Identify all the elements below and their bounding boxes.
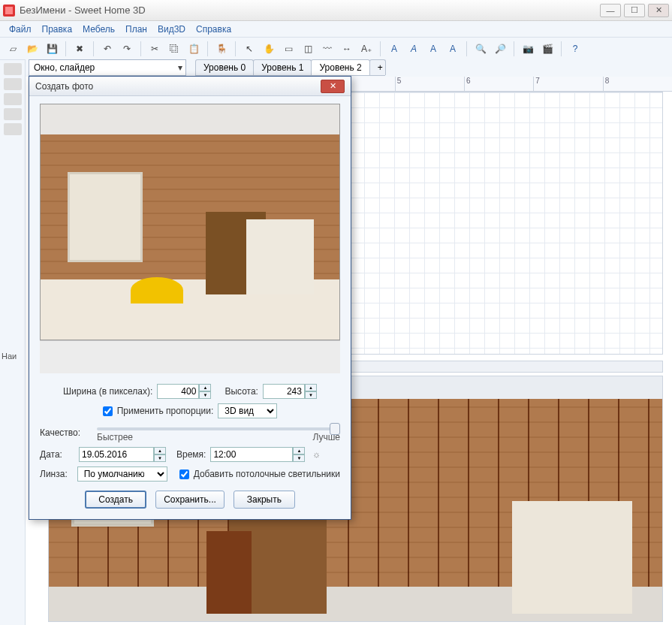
zoom-in-icon[interactable]: 🔍 (472, 41, 489, 57)
sun-icon[interactable]: ☼ (309, 448, 323, 461)
ceiling-lights-checkbox[interactable] (179, 470, 189, 479)
dialog-title: Создать фото (35, 81, 321, 92)
list-item[interactable] (4, 78, 22, 90)
preview-chair (246, 219, 314, 294)
spin-up-icon[interactable]: ▲ (154, 447, 166, 454)
add-furniture-icon[interactable]: 🪑 (213, 41, 230, 57)
menu-edit[interactable]: Правка (38, 23, 77, 36)
add-level-button[interactable]: + (369, 59, 386, 75)
minimize-button[interactable]: — (600, 4, 621, 17)
menu-file[interactable]: Файл (5, 23, 36, 36)
polyline-icon[interactable]: 〰 (319, 41, 336, 57)
photo-icon[interactable]: 📷 (520, 41, 536, 57)
tab-level0[interactable]: Уровень 0 (195, 59, 254, 75)
spin-up-icon[interactable]: ▲ (199, 384, 211, 391)
undo-icon[interactable]: ↶ (99, 41, 116, 57)
catalog-selected: Окно, слайдер (34, 62, 95, 73)
prefs-icon[interactable]: ✖ (71, 41, 88, 57)
menu-furniture[interactable]: Мебель (78, 23, 119, 36)
save-icon[interactable]: 💾 (44, 41, 60, 57)
dialog-titlebar[interactable]: Создать фото ✕ (29, 77, 351, 96)
open-icon[interactable]: 📂 (24, 41, 41, 57)
help-icon[interactable]: ? (567, 41, 583, 57)
new-icon[interactable]: ▱ (5, 41, 21, 57)
scene-chair (206, 531, 252, 614)
bigger-icon[interactable]: A (425, 41, 441, 57)
preview-table (131, 277, 183, 303)
dialog-close-button[interactable]: ✕ (321, 80, 345, 93)
time-spinner[interactable]: ▲▼ (210, 447, 305, 462)
pointer-icon[interactable]: ↖ (241, 41, 258, 57)
list-item[interactable] (4, 108, 22, 120)
spin-up-icon[interactable]: ▲ (305, 384, 317, 391)
quality-slider[interactable]: Быстрее Лучше (97, 423, 340, 442)
copy-icon[interactable]: ⿻ (166, 41, 182, 57)
pan-icon[interactable]: ✋ (261, 41, 277, 57)
width-input[interactable] (157, 384, 199, 399)
date-spinner[interactable]: ▲▼ (79, 447, 166, 462)
menu-help[interactable]: Справка (191, 23, 236, 36)
scene-armchair (512, 501, 632, 614)
height-spinner[interactable]: ▲▼ (263, 384, 317, 399)
width-spinner[interactable]: ▲▼ (157, 384, 211, 399)
date-input[interactable] (79, 447, 154, 462)
preview-statusbar (40, 340, 340, 373)
menu-plan[interactable]: План (121, 23, 152, 36)
width-label: Ширина (в пикселах): (63, 386, 152, 397)
spin-down-icon[interactable]: ▼ (293, 454, 305, 462)
lens-select[interactable]: По умолчанию (77, 466, 167, 482)
close-button[interactable]: ✕ (648, 4, 669, 17)
bold-icon[interactable]: A (386, 41, 402, 57)
furniture-palette (0, 60, 26, 625)
room-icon[interactable]: ◫ (300, 41, 316, 57)
tab-level1[interactable]: Уровень 1 (253, 59, 312, 75)
spin-down-icon[interactable]: ▼ (305, 391, 317, 399)
preview-window (68, 172, 143, 262)
redo-icon[interactable]: ↷ (119, 41, 135, 57)
video-icon[interactable]: 🎬 (539, 41, 556, 57)
dim-icon[interactable]: ↔ (339, 41, 355, 57)
spin-up-icon[interactable]: ▲ (293, 447, 305, 454)
apply-ratio-checkbox[interactable] (103, 406, 113, 416)
titlebar: БезИмени - Sweet Home 3D — ☐ ✕ (0, 0, 672, 21)
slider-thumb[interactable] (330, 423, 340, 435)
spin-down-icon[interactable]: ▼ (199, 391, 211, 399)
height-label: Высота: (225, 386, 258, 397)
create-button[interactable]: Создать (85, 491, 146, 509)
time-input[interactable] (210, 447, 293, 462)
lens-label: Линза: (40, 469, 73, 479)
height-input[interactable] (263, 384, 305, 399)
italic-icon[interactable]: A (405, 41, 422, 57)
toolbar: ▱ 📂 💾 ✖ ↶ ↷ ✂ ⿻ 📋 🪑 ↖ ✋ ▭ ◫ 〰 ↔ A₊ A A A… (0, 38, 672, 60)
date-label: Дата: (40, 449, 74, 460)
level-tabs: Уровень 0 Уровень 1 Уровень 2 + (195, 59, 385, 76)
ratio-select[interactable]: 3D вид (218, 403, 277, 418)
app-icon (3, 5, 15, 17)
time-label: Время: (176, 449, 206, 460)
photo-preview (40, 104, 340, 340)
text-icon[interactable]: A₊ (358, 41, 375, 57)
close-dialog-button[interactable]: Закрыть (234, 491, 295, 509)
catalog-combo[interactable]: Окно, слайдер (29, 59, 186, 76)
maximize-button[interactable]: ☐ (624, 4, 645, 17)
paste-icon[interactable]: 📋 (185, 41, 202, 57)
zoom-out-icon[interactable]: 🔎 (492, 41, 508, 57)
ceiling-lights-label: Добавить потолочные светильники (194, 469, 340, 479)
tab-level2[interactable]: Уровень 2 (311, 59, 369, 75)
menubar: Файл Правка Мебель План Вид3D Справка (0, 21, 672, 38)
quality-fast-label: Быстрее (97, 432, 133, 442)
list-item[interactable] (4, 63, 22, 75)
cut-icon[interactable]: ✂ (146, 41, 163, 57)
wall-icon[interactable]: ▭ (280, 41, 297, 57)
save-button[interactable]: Сохранить... (155, 491, 225, 509)
window-title: БезИмени - Sweet Home 3D (20, 5, 600, 16)
spin-down-icon[interactable]: ▼ (154, 454, 166, 462)
menu-view3d[interactable]: Вид3D (153, 23, 190, 36)
list-item[interactable] (4, 123, 22, 135)
apply-ratio-label: Применить пропорции: (117, 406, 214, 416)
quality-label: Качество: (40, 427, 92, 438)
smaller-icon[interactable]: A (444, 41, 461, 57)
list-item[interactable] (4, 93, 22, 105)
create-photo-dialog: Создать фото ✕ Ширина (в пикселах): ▲▼ В… (29, 76, 351, 520)
list-header: Наи (0, 350, 26, 362)
